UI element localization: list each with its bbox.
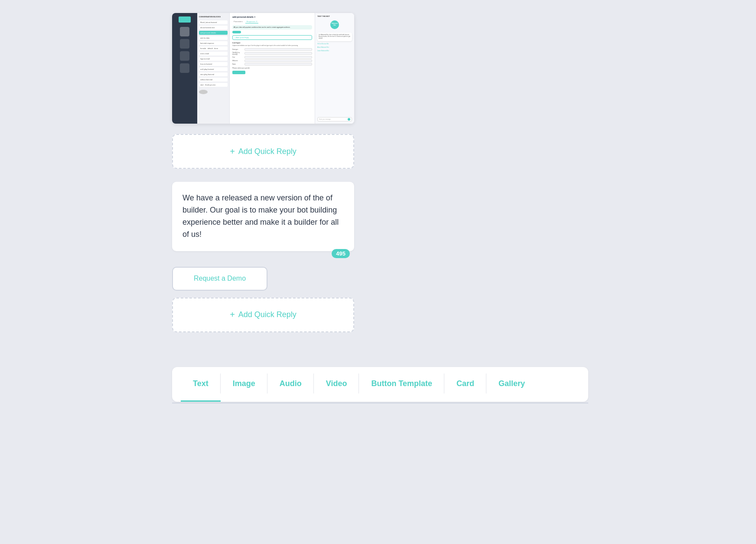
demo-button[interactable]: Request a Demo [172, 267, 267, 291]
preview-left-panel: CONVERSATION BLOCKS Block | about-factor… [197, 13, 230, 124]
preview-sidebar [172, 13, 197, 124]
tab-text[interactable]: Text [181, 367, 221, 402]
preview-list-title: List Input [232, 42, 312, 44]
preview-nav-email: enter-email [199, 52, 228, 56]
preview-content: CONVERSATION BLOCKS Block | about-factor… [197, 13, 354, 124]
preview-label-first: First [232, 56, 243, 58]
preview-send-icon [348, 118, 350, 121]
preview-submit-btn [232, 71, 245, 74]
screenshot-preview: CONVERSATION BLOCKS Block | about-factor… [172, 13, 354, 124]
preview-input-first [244, 56, 312, 59]
preview-label-var: Variable (e.g. {{result}}) [232, 52, 243, 55]
preview-nav-how: how-to-factorial [199, 62, 228, 66]
preview-sidebar-icon-4 [180, 63, 189, 73]
preview-right-panel: TEST THE BOT BalancedBot I'm Balanced Bo… [315, 13, 354, 124]
preview-add-quick-reply: + Add Quick Reply [232, 35, 312, 40]
preview-select-gender: Please select your gender [232, 67, 312, 69]
preview-msg-bubble: All your data will populate conditions t… [232, 25, 312, 29]
preview-nav-logout: logout-email [199, 57, 228, 61]
preview-center-title: add-personal-details × [232, 16, 312, 18]
preview-label-name: Name [232, 63, 243, 65]
add-quick-reply-bottom[interactable]: + Add Quick Reply [172, 298, 354, 332]
preview-list-section: List Input Capture and validate user inp… [232, 42, 312, 46]
preview-sidebar-icon-1 [180, 27, 189, 36]
preview-tab-responses: Responses: 3 [245, 20, 258, 23]
preview-input-placeholder: Enter your message [319, 118, 348, 120]
add-quick-reply-bottom-label: Add Quick Reply [238, 310, 297, 319]
preview-conv-title: CONVERSATION BLOCKS [199, 16, 228, 18]
tab-gallery[interactable]: Gallery [486, 367, 537, 402]
tab-card[interactable]: Card [444, 367, 486, 402]
preview-input-bar: Enter your message [317, 117, 352, 121]
preview-field-welcome: Welcome [232, 59, 312, 62]
tab-audio-label: Audio [280, 379, 302, 388]
message-text: We have a released a new version of the … [182, 192, 344, 241]
preview-logo [179, 16, 191, 23]
preview-nav-block: Block | about-factorial [199, 20, 228, 24]
preview-nav-default: formula default done [199, 46, 228, 50]
preview-link-1: Tell me Burnout Bot [317, 43, 352, 45]
message-block: We have a released a new version of the … [172, 182, 354, 251]
preview-nav-add [199, 90, 208, 94]
preview-nav-formula: factorial-response [199, 41, 228, 45]
preview-nav-about: about-factorial-text [199, 26, 228, 29]
preview-nav-intro: intro-play-factorial [199, 72, 228, 76]
preview-input-var [244, 52, 312, 55]
add-quick-reply-top[interactable]: + Add Quick Reply [172, 134, 354, 169]
preview-link-2: About Balanced Bot [317, 46, 352, 48]
preview-input-name [244, 63, 312, 66]
preview-tabs: Parameters Responses: 3 [232, 20, 312, 23]
preview-chat-msg: I'm Balanced Bot, here to help the world… [319, 34, 351, 39]
preview-field-type: Data type: [232, 48, 312, 51]
plus-icon-top: + [230, 147, 235, 157]
bottom-tabs: Text Image Audio Video Button Template C… [172, 367, 588, 402]
preview-nav-askdata: ask-for-data [199, 36, 228, 40]
add-quick-reply-top-label: Add Quick Reply [238, 147, 297, 156]
tab-card-label: Card [456, 379, 474, 388]
preview-tab-params: Parameters [232, 20, 244, 23]
preview-nav-without: without-factorial [199, 78, 228, 82]
tab-image[interactable]: Image [221, 367, 267, 402]
tab-text-label: Text [193, 379, 209, 388]
preview-sidebar-icon-2 [180, 39, 189, 49]
preview-sidebar-icon-3 [180, 51, 189, 61]
preview-avatar: BalancedBot [330, 20, 339, 29]
preview-link-3: Leave Balanced Bot [317, 50, 352, 52]
preview-field-first: First [232, 56, 312, 59]
preview-field-var: Variable (e.g. {{result}}) [232, 52, 312, 55]
preview-nav-active: add-personal-details [199, 31, 228, 35]
preview-label-welcome: Welcome [232, 60, 243, 62]
bottom-divider [172, 403, 588, 403]
demo-button-label: Request a Demo [194, 275, 246, 282]
tab-image-label: Image [233, 379, 255, 388]
tab-video-label: Video [326, 379, 347, 388]
preview-field-name: Name [232, 63, 312, 66]
tab-audio[interactable]: Audio [267, 367, 314, 402]
tab-button-template[interactable]: Button Template [359, 367, 444, 402]
plus-icon-bottom: + [230, 310, 235, 320]
preview-nav-start: start thank-you-too [199, 83, 228, 87]
main-container: CONVERSATION BLOCKS Block | about-factor… [172, 13, 588, 403]
preview-chat-bubble-main: I'm Balanced Bot, here to help the world… [317, 33, 352, 41]
tab-gallery-label: Gallery [499, 379, 525, 388]
tab-video[interactable]: Video [314, 367, 359, 402]
preview-center-panel: add-personal-details × Parameters Respon… [230, 13, 315, 124]
tab-button-template-label: Button Template [371, 379, 432, 388]
preview-nav-until: until-play-factorial [199, 67, 228, 71]
preview-label-type: Data type: [232, 49, 243, 50]
preview-right-title: TEST THE BOT [317, 15, 352, 17]
char-count-badge: 495 [332, 249, 350, 258]
preview-input-welcome [244, 59, 312, 62]
preview-toggle [232, 31, 312, 33]
preview-input-type [244, 48, 312, 51]
preview-list-text: Capture and validate user input. Use thi… [232, 45, 312, 46]
